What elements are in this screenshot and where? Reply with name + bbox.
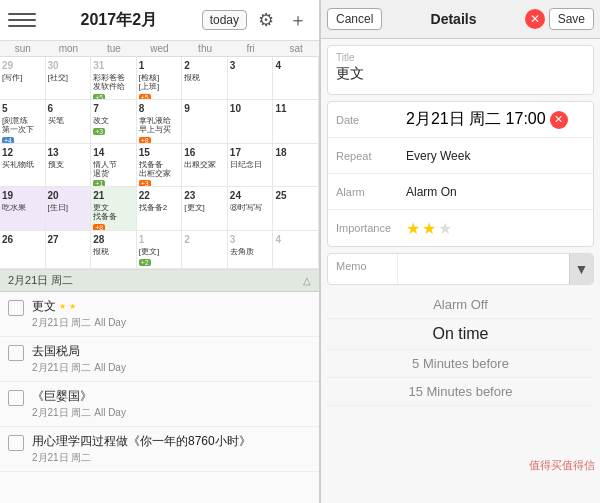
cal-cell[interactable]: 4 xyxy=(273,57,319,100)
alarm-value: Alarm On xyxy=(406,185,585,199)
event-item-3[interactable]: 《巨婴国》 2月21日 周二 All Day xyxy=(0,382,319,427)
event-title-1: 更文 ★ ★ xyxy=(32,298,311,315)
cal-cell[interactable]: 28报税 xyxy=(91,231,137,269)
day-tue: tue xyxy=(91,41,137,56)
event-content-4: 用心理学四过程做《你一年的8760小时》 2月21日 周二 xyxy=(32,433,311,465)
title-field[interactable]: Title 更文 xyxy=(327,45,594,95)
memo-scroll-icon[interactable]: ▼ xyxy=(569,254,593,284)
day-mon: mon xyxy=(46,41,92,56)
cal-cell[interactable]: 31彩彩爸爸发软件给+5 xyxy=(91,57,137,100)
event-item-2[interactable]: 去国税局 2月21日 周二 All Day xyxy=(0,337,319,382)
cal-cell[interactable]: 22找备备2 xyxy=(137,187,183,230)
cal-cell[interactable]: 17日纪念日 xyxy=(228,144,274,187)
date-row[interactable]: Date 2月21日 周二 17:00 ✕ xyxy=(328,102,593,138)
cal-cell[interactable]: 11 xyxy=(273,100,319,143)
events-list: 更文 ★ ★ 2月21日 周二 All Day 去国税局 2月21日 周二 Al… xyxy=(0,292,319,504)
event-checkbox-1[interactable] xyxy=(8,300,24,316)
cal-cell[interactable]: 12买礼物纸 xyxy=(0,144,46,187)
day-sat: sat xyxy=(273,41,319,56)
date-label: Date xyxy=(336,114,406,126)
star-3[interactable]: ★ xyxy=(438,219,452,238)
cal-cell[interactable]: 7改文+3 xyxy=(91,100,137,143)
cal-cell[interactable]: 14情人节退货+1 xyxy=(91,144,137,187)
cal-cell[interactable]: 3去角质 xyxy=(228,231,274,269)
alarm-option-off[interactable]: Alarm Off xyxy=(327,291,594,319)
event-content-3: 《巨婴国》 2月21日 周二 All Day xyxy=(32,388,311,420)
event-checkbox-4[interactable] xyxy=(8,435,24,451)
event-item-4[interactable]: 用心理学四过程做《你一年的8760小时》 2月21日 周二 xyxy=(0,427,319,472)
repeat-value: Every Week xyxy=(406,149,585,163)
form-section: Date 2月21日 周二 17:00 ✕ Repeat Every Week … xyxy=(327,101,594,247)
cal-cell[interactable]: 20[生日] xyxy=(46,187,92,230)
cal-cell[interactable]: 29[写作] xyxy=(0,57,46,100)
alarm-row[interactable]: Alarm Alarm On xyxy=(328,174,593,210)
today-button[interactable]: today xyxy=(202,10,247,30)
triangle-icon: △ xyxy=(303,275,311,286)
cal-cell[interactable]: 19吃水果 xyxy=(0,187,46,230)
date-value: 2月21日 周二 17:00 ✕ xyxy=(406,109,585,130)
cal-cell[interactable]: 10 xyxy=(228,100,274,143)
day-wed: wed xyxy=(137,41,183,56)
cal-cell[interactable]: 16出粮交家 xyxy=(182,144,228,187)
alarm-options: Alarm Off On time 5 Minutes before 15 Mi… xyxy=(327,291,594,406)
event-checkbox-3[interactable] xyxy=(8,390,24,406)
details-header: Cancel Details ✕ Save xyxy=(321,0,600,39)
cal-cell[interactable]: 23[更文] xyxy=(182,187,228,230)
day-thu: thu xyxy=(182,41,228,56)
title-value: 更文 xyxy=(336,65,585,83)
cal-cell[interactable]: 24⑧时写写 xyxy=(228,187,274,230)
day-fri: fri xyxy=(228,41,274,56)
star-2[interactable]: ★ xyxy=(422,219,436,238)
cal-cell[interactable]: 27 xyxy=(46,231,92,269)
cal-cell[interactable]: 25 xyxy=(273,187,319,230)
cal-cell[interactable]: 2报税 xyxy=(182,57,228,100)
alarm-option-5min[interactable]: 5 Minutes before xyxy=(327,350,594,378)
event-title-4: 用心理学四过程做《你一年的8760小时》 xyxy=(32,433,311,450)
details-title: Details xyxy=(386,11,520,27)
alarm-option-15min[interactable]: 15 Minutes before xyxy=(327,378,594,406)
details-panel: Cancel Details ✕ Save Title 更文 Date 2月21… xyxy=(320,0,600,503)
event-subtitle-3: 2月21日 周二 All Day xyxy=(32,406,311,420)
importance-label: Importance xyxy=(336,222,406,234)
cal-cell[interactable]: 15找备备出柜交家+3 xyxy=(137,144,183,187)
cal-cell[interactable]: 6买笔 xyxy=(46,100,92,143)
save-button[interactable]: Save xyxy=(549,8,594,30)
selected-date-label: 2月21日 周二 xyxy=(8,273,73,288)
cal-cell[interactable]: 13预支 xyxy=(46,144,92,187)
day-sun: sun xyxy=(0,41,46,56)
event-subtitle-1: 2月21日 周二 All Day xyxy=(32,316,311,330)
event-item-1[interactable]: 更文 ★ ★ 2月21日 周二 All Day xyxy=(0,292,319,337)
cal-cell[interactable]: 8拿乳液给早上与买+8 xyxy=(137,100,183,143)
cal-cell[interactable]: 3 xyxy=(228,57,274,100)
date-delete-icon[interactable]: ✕ xyxy=(550,111,568,129)
importance-row[interactable]: Importance ★ ★ ★ xyxy=(328,210,593,246)
selected-date-bar: 2月21日 周二 △ xyxy=(0,270,319,292)
cal-cell[interactable]: 4 xyxy=(273,231,319,269)
event-checkbox-2[interactable] xyxy=(8,345,24,361)
event-content-1: 更文 ★ ★ 2月21日 周二 All Day xyxy=(32,298,311,330)
memo-content[interactable] xyxy=(398,254,569,284)
cal-cell-selected[interactable]: 21更文找备备+8 xyxy=(91,187,137,230)
cal-cell[interactable]: 9 xyxy=(182,100,228,143)
cal-cell[interactable]: 18 xyxy=(273,144,319,187)
alarm-option-ontime[interactable]: On time xyxy=(327,319,594,350)
cal-cell[interactable]: 30[社交] xyxy=(46,57,92,100)
calendar-title: 2017年2月 xyxy=(42,10,196,31)
cal-cell[interactable]: 1[更文]+2 xyxy=(137,231,183,269)
cal-cell[interactable]: 2 xyxy=(182,231,228,269)
alarm-label: Alarm xyxy=(336,186,406,198)
cal-cell[interactable]: 1[检核][上班]+5 xyxy=(137,57,183,100)
menu-icon[interactable] xyxy=(8,6,36,34)
settings-icon[interactable]: ⚙ xyxy=(253,7,279,33)
cancel-button[interactable]: Cancel xyxy=(327,8,382,30)
memo-label: Memo xyxy=(328,254,398,284)
cal-cell[interactable]: 5[刻意练第一次下+4 xyxy=(0,100,46,143)
cal-cell[interactable]: 26 xyxy=(0,231,46,269)
repeat-row[interactable]: Repeat Every Week xyxy=(328,138,593,174)
event-star-icon: ★ xyxy=(59,302,66,311)
event-title-3: 《巨婴国》 xyxy=(32,388,311,405)
close-icon[interactable]: ✕ xyxy=(525,9,545,29)
star-1[interactable]: ★ xyxy=(406,219,420,238)
add-event-icon[interactable]: ＋ xyxy=(285,7,311,33)
title-label: Title xyxy=(336,52,585,63)
